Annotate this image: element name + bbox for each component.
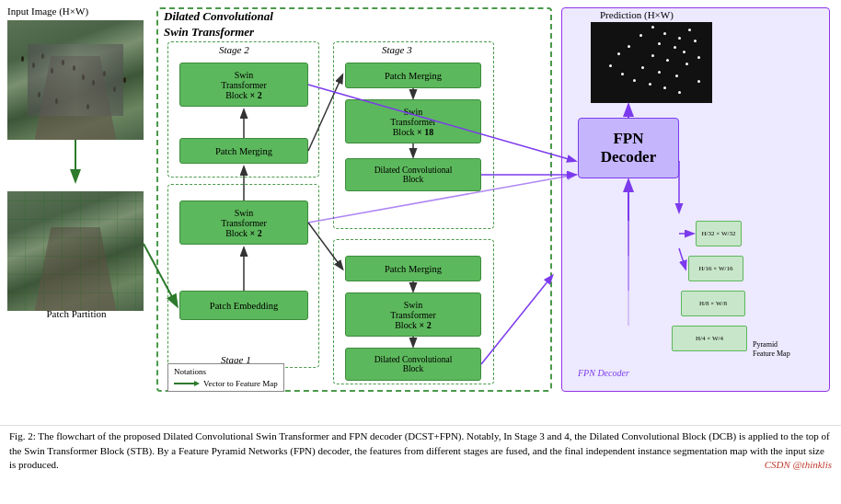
patch-merging-stage3: Patch Merging: [345, 63, 481, 88]
swin-block-stage1: SwinTransformerBlock × 2: [179, 200, 308, 245]
fpn-decoder-label: FPN Decoder: [578, 368, 629, 378]
stage2-label: Stage 2: [219, 44, 249, 55]
swin-block-stage4: SwinTransformerBlock × 2: [345, 292, 481, 337]
notations-box: Notations Vector to Feature Map: [167, 363, 284, 392]
input-image-top: [7, 20, 144, 140]
watermark: CSDN @thinklis: [765, 458, 832, 473]
fpn-decoder-box: FPNDecoder: [578, 118, 679, 178]
dct-title-line1: Dilated Convolutional: [164, 9, 273, 25]
diagram-wrapper: Input Image (H×W): [0, 0, 841, 425]
notation-desc: Vector to Feature Map: [203, 379, 278, 388]
pyramid-map-3: H/8 × W/8: [681, 291, 745, 316]
notations-title: Notations: [174, 367, 278, 376]
patch-merging-stage4: Patch Merging: [345, 256, 481, 281]
stage3-label: Stage 3: [382, 44, 412, 55]
patch-embedding-block: Patch Embedding: [179, 291, 308, 320]
dilated-conv-block-stage4: Dilated ConvolutionalBlock: [345, 348, 481, 381]
pyramid-map-2: H/16 × W/16: [688, 256, 743, 281]
pyramid-feature-map-label: PyramidFeature Map: [753, 340, 790, 360]
prediction-label: Prediction (H×W): [600, 9, 674, 20]
patch-partition-label: Patch Partition: [26, 308, 127, 319]
notation-row: Vector to Feature Map: [174, 379, 278, 388]
pyramid-map-1: H/32 × W/32: [696, 221, 742, 246]
dct-title: Dilated Convolutional Swin Transformer: [164, 9, 273, 40]
caption-text: Fig. 2: The flowchart of the proposed Di…: [9, 430, 830, 470]
dct-title-line2: Swin Transformer: [164, 25, 273, 40]
svg-marker-1: [194, 381, 200, 386]
prediction-image: [591, 22, 712, 103]
patch-merging-stage2: Patch Merging: [179, 138, 308, 164]
main-container: Input Image (H×W): [0, 0, 841, 504]
dilated-conv-block-stage3: Dilated ConvolutionalBlock: [345, 158, 481, 191]
swin-block-stage2: SwinTransformerBlock × 2: [179, 63, 308, 107]
pyramid-map-4: H/4 × W/4: [672, 326, 747, 351]
caption-area: Fig. 2: The flowchart of the proposed Di…: [0, 425, 841, 475]
swin-block-stage3: SwinTransformerBlock × 18: [345, 99, 481, 143]
input-image-bottom: [7, 191, 144, 311]
input-image-label: Input Image (H×W): [7, 6, 88, 17]
